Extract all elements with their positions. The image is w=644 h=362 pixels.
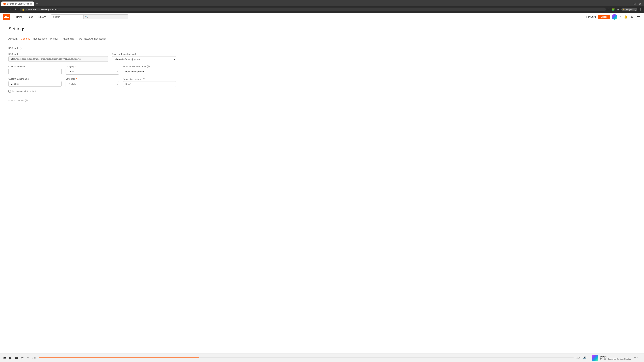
stats-label: Stats-service URL prefix ?	[123, 65, 176, 68]
page-content: Settings Account Content Notifications P…	[0, 21, 184, 107]
svg-rect-2	[5, 16, 6, 18]
reload-button[interactable]: ↻	[14, 7, 18, 12]
svg-rect-3	[6, 16, 6, 18]
category-group: Category * Music Arts Business Comedy Ed…	[66, 65, 119, 75]
incognito-label: Incognito (2)	[626, 8, 636, 10]
lock-icon: 🔒	[22, 8, 24, 11]
incognito-badge: 🕵 Incognito (2)	[621, 8, 637, 11]
soundcloud-header: Home Feed Library 🔍 For Artists Upload ▼…	[0, 13, 644, 21]
svg-rect-6	[8, 16, 8, 18]
language-label: Language *	[66, 78, 119, 80]
browser-toolbar: ← → ↻ 🔒 ☆ 🧩 ▣ 🕵 Incognito (2) ⋮	[0, 6, 644, 13]
upload-defaults-help-icon[interactable]: ?	[25, 99, 28, 102]
svg-rect-5	[7, 16, 7, 18]
custom-title-input[interactable]	[8, 69, 62, 74]
row-title-category-stats: Custom feed title Category * Music Arts …	[8, 65, 176, 75]
back-button[interactable]: ←	[2, 7, 7, 12]
row-author-language-subscriber: Custom author name Language * English Fr…	[8, 78, 176, 87]
author-input[interactable]	[8, 81, 62, 87]
header-right: For Artists Upload ▼ 🔔 ✉ •••	[586, 14, 641, 19]
tab-favicon	[3, 3, 6, 5]
rss-url-group: RSS feed	[8, 53, 108, 62]
rss-section-label: RSS feed ?	[8, 47, 176, 49]
category-label: Category *	[66, 65, 119, 68]
search-section: 🔍	[51, 14, 584, 19]
svg-rect-0	[4, 17, 5, 18]
maximize-button[interactable]: □	[632, 2, 637, 6]
svg-rect-7	[8, 16, 8, 18]
rss-help-icon[interactable]: ?	[19, 47, 22, 49]
nav-library[interactable]: Library	[36, 13, 48, 21]
browser-chrome: Settings on SoundCloud ✕ + ─ □ ✕ ← → ↻ 🔒…	[0, 0, 644, 13]
subscriber-input[interactable]	[123, 81, 176, 87]
url-input[interactable]	[26, 8, 604, 11]
tab-bar: Settings on SoundCloud ✕ + ─ □ ✕	[0, 0, 644, 6]
notifications-button[interactable]: 🔔	[623, 14, 628, 19]
tab-advertising[interactable]: Advertising	[62, 35, 78, 42]
close-window-button[interactable]: ✕	[638, 2, 643, 6]
upload-defaults-section: Upload Defaults ?	[8, 99, 176, 102]
email-group: Email address displayed a24beaba@moodjoy…	[112, 53, 176, 62]
more-options-button[interactable]: •••	[636, 14, 641, 19]
stats-help-icon[interactable]: ?	[147, 65, 150, 68]
soundcloud-logo-svg	[4, 15, 9, 18]
upload-button[interactable]: Upload	[598, 14, 610, 19]
rss-url-input[interactable]	[8, 56, 108, 62]
avatar-chevron-icon[interactable]: ▼	[620, 16, 621, 18]
tab-close-button[interactable]: ✕	[30, 2, 32, 5]
subscriber-group: Subscriber redirect ?	[123, 78, 176, 87]
nav-home[interactable]: Home	[14, 13, 25, 21]
explicit-checkbox[interactable]	[8, 90, 11, 92]
subscriber-label: Subscriber redirect ?	[123, 78, 176, 80]
rss-url-label: RSS feed	[8, 53, 108, 55]
explicit-checkbox-row: Contains explicit content	[8, 90, 176, 92]
user-avatar[interactable]	[612, 14, 617, 19]
upload-defaults-label: Upload Defaults	[8, 99, 24, 102]
chrome-menu-icon[interactable]: ⋮	[639, 8, 642, 11]
new-tab-button[interactable]: +	[35, 1, 39, 6]
author-group: Custom author name	[8, 78, 62, 87]
email-select[interactable]: a24beaba@moodjoy.com	[112, 56, 176, 62]
row-rss-email: RSS feed Email address displayed a24beab…	[8, 53, 176, 62]
tab-account[interactable]: Account	[8, 35, 21, 42]
language-group: Language * English French German Spanish…	[66, 78, 119, 87]
soundcloud-logo[interactable]	[3, 13, 10, 20]
page-title: Settings	[8, 26, 176, 31]
tab-notifications[interactable]: Notifications	[33, 35, 50, 42]
incognito-icon: 🕵	[623, 8, 625, 10]
toolbar-right: ☆ 🧩 ▣ 🕵 Incognito (2) ⋮	[607, 8, 642, 11]
stats-group: Stats-service URL prefix ?	[123, 65, 176, 74]
address-bar[interactable]: 🔒	[20, 7, 606, 11]
forward-button[interactable]: →	[8, 7, 13, 12]
author-label: Custom author name	[8, 78, 62, 80]
tab-title: Settings on SoundCloud	[7, 3, 29, 5]
settings-tabs: Account Content Notifications Privacy Ad…	[8, 35, 176, 42]
tab-privacy[interactable]: Privacy	[50, 35, 62, 42]
category-select[interactable]: Music Arts Business Comedy Education Tec…	[66, 69, 119, 75]
minimize-button[interactable]: ─	[627, 2, 632, 6]
sidebar-icon[interactable]: ▣	[617, 8, 619, 11]
bookmark-star-icon[interactable]: ☆	[607, 8, 610, 11]
messages-button[interactable]: ✉	[630, 14, 634, 19]
category-required-star: *	[75, 65, 76, 68]
language-select[interactable]: English French German Spanish Japanese K…	[66, 81, 119, 87]
search-input[interactable]	[51, 14, 83, 19]
window-controls: ─ □ ✕	[627, 2, 643, 6]
for-artists-link[interactable]: For Artists	[586, 15, 596, 18]
subscriber-help-icon[interactable]: ?	[142, 78, 144, 80]
main-nav: Home Feed Library	[14, 13, 48, 21]
stats-input[interactable]	[123, 69, 176, 74]
nav-feed[interactable]: Feed	[25, 13, 36, 21]
explicit-label[interactable]: Contains explicit content	[12, 90, 36, 92]
rss-form: RSS feed Email address displayed a24beab…	[8, 53, 176, 92]
svg-rect-4	[6, 16, 7, 18]
extensions-icon[interactable]: 🧩	[612, 8, 615, 11]
search-box[interactable]: 🔍	[51, 14, 128, 19]
tab-two-factor[interactable]: Two Factor Authentication	[78, 35, 110, 42]
search-button[interactable]: 🔍	[83, 14, 128, 19]
tab-content[interactable]: Content	[21, 35, 33, 42]
language-required-star: *	[76, 78, 77, 80]
email-label: Email address displayed	[112, 53, 176, 55]
active-tab[interactable]: Settings on SoundCloud ✕	[1, 1, 34, 6]
custom-title-group: Custom feed title	[8, 65, 62, 74]
